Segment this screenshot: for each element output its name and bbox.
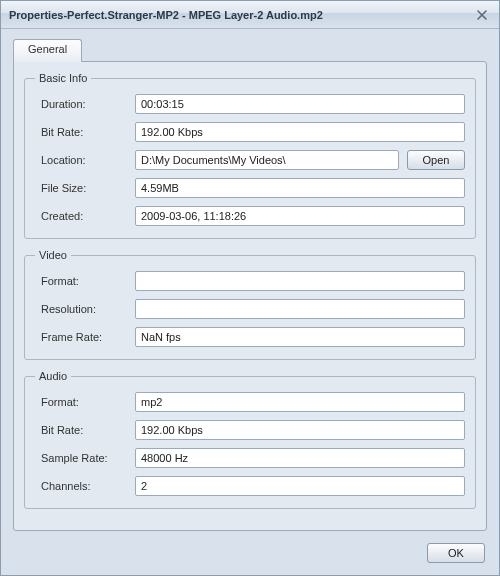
label-bitrate: Bit Rate: [35, 126, 135, 138]
close-button[interactable] [471, 7, 493, 23]
label-framerate: Frame Rate: [35, 331, 135, 343]
group-basic-info-legend: Basic Info [35, 72, 91, 84]
row-location: Location: D:\My Documents\My Videos\ Ope… [35, 146, 465, 174]
row-channels: Channels: 2 [35, 472, 465, 500]
row-resolution: Resolution: [35, 295, 465, 323]
close-icon [476, 9, 488, 21]
label-resolution: Resolution: [35, 303, 135, 315]
row-filesize: File Size: 4.59MB [35, 174, 465, 202]
content-area: General Basic Info Duration: 00:03:15 Bi… [1, 29, 499, 531]
titlebar: Properties-Perfect.Stranger-MP2 - MPEG L… [1, 1, 499, 29]
group-audio-legend: Audio [35, 370, 71, 382]
label-audio-format: Format: [35, 396, 135, 408]
open-button[interactable]: Open [407, 150, 465, 170]
label-channels: Channels: [35, 480, 135, 492]
row-duration: Duration: 00:03:15 [35, 90, 465, 118]
field-duration[interactable]: 00:03:15 [135, 94, 465, 114]
field-created[interactable]: 2009-03-06, 11:18:26 [135, 206, 465, 226]
label-location: Location: [35, 154, 135, 166]
row-video-format: Format: [35, 267, 465, 295]
properties-dialog: Properties-Perfect.Stranger-MP2 - MPEG L… [0, 0, 500, 576]
field-location[interactable]: D:\My Documents\My Videos\ [135, 150, 399, 170]
window-title: Properties-Perfect.Stranger-MP2 - MPEG L… [9, 9, 471, 21]
label-created: Created: [35, 210, 135, 222]
label-duration: Duration: [35, 98, 135, 110]
field-channels[interactable]: 2 [135, 476, 465, 496]
dialog-footer: OK [1, 531, 499, 575]
label-filesize: File Size: [35, 182, 135, 194]
field-samplerate[interactable]: 48000 Hz [135, 448, 465, 468]
field-audio-bitrate[interactable]: 192.00 Kbps [135, 420, 465, 440]
row-framerate: Frame Rate: NaN fps [35, 323, 465, 351]
group-video-legend: Video [35, 249, 71, 261]
label-audio-bitrate: Bit Rate: [35, 424, 135, 436]
field-resolution[interactable] [135, 299, 465, 319]
group-video: Video Format: Resolution: Frame Rate: Na… [24, 249, 476, 360]
ok-button[interactable]: OK [427, 543, 485, 563]
row-audio-bitrate: Bit Rate: 192.00 Kbps [35, 416, 465, 444]
field-video-format[interactable] [135, 271, 465, 291]
tab-strip: General [13, 39, 487, 61]
field-filesize[interactable]: 4.59MB [135, 178, 465, 198]
label-video-format: Format: [35, 275, 135, 287]
tab-general[interactable]: General [13, 39, 82, 62]
row-created: Created: 2009-03-06, 11:18:26 [35, 202, 465, 230]
group-audio: Audio Format: mp2 Bit Rate: 192.00 Kbps … [24, 370, 476, 509]
field-bitrate[interactable]: 192.00 Kbps [135, 122, 465, 142]
row-audio-format: Format: mp2 [35, 388, 465, 416]
field-framerate[interactable]: NaN fps [135, 327, 465, 347]
tab-panel-general: Basic Info Duration: 00:03:15 Bit Rate: … [13, 61, 487, 531]
row-bitrate: Bit Rate: 192.00 Kbps [35, 118, 465, 146]
label-samplerate: Sample Rate: [35, 452, 135, 464]
group-basic-info: Basic Info Duration: 00:03:15 Bit Rate: … [24, 72, 476, 239]
field-audio-format[interactable]: mp2 [135, 392, 465, 412]
row-samplerate: Sample Rate: 48000 Hz [35, 444, 465, 472]
